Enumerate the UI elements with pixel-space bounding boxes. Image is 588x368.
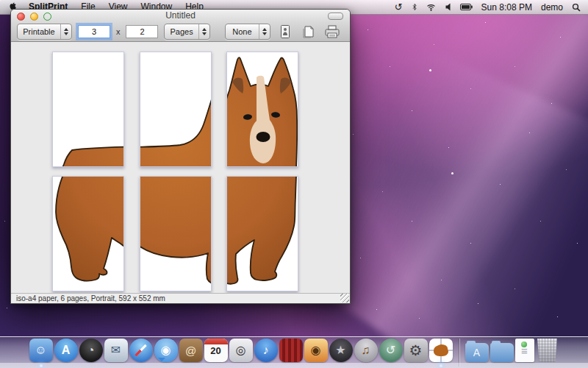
time-machine-icon[interactable]: ↺ <box>395 1 403 13</box>
menu-clock[interactable]: Sun 8:08 PM <box>481 2 532 13</box>
popup-arrows-icon <box>60 24 71 39</box>
page-preview-4 <box>52 176 124 291</box>
running-indicator <box>40 364 43 367</box>
margins-popup[interactable]: None <box>225 24 270 40</box>
dock-icon-folder-applications[interactable]: A <box>465 343 489 362</box>
itunes-glyph: ♪ <box>263 344 269 356</box>
wifi-icon[interactable] <box>426 3 436 11</box>
menu-user[interactable]: demo <box>541 2 563 13</box>
dock-icon-iphoto[interactable]: ◉ <box>304 339 328 362</box>
ical-glyph: 20 <box>210 346 220 355</box>
dock-icon-ichat[interactable]: ◉ <box>154 339 178 362</box>
page-preview-6 <box>226 176 298 291</box>
dock-icon-preview[interactable]: ◎ <box>229 339 253 362</box>
battery-icon[interactable] <box>460 4 473 10</box>
title-bar[interactable]: Untitled <box>11 10 350 21</box>
iphoto-glyph: ◉ <box>311 344 321 356</box>
imovie-glyph: ★ <box>335 344 345 356</box>
dock-icon-address-book[interactable]: @ <box>179 339 203 362</box>
volume-icon[interactable] <box>445 3 451 11</box>
dock-icon-imovie[interactable]: ★ <box>329 339 353 362</box>
spotlight-search-icon[interactable] <box>572 3 581 12</box>
app-store-glyph: A <box>62 344 71 356</box>
dock-icon-mail[interactable]: ✉ <box>104 339 128 362</box>
dock-icon-safari[interactable] <box>129 339 153 362</box>
running-indicator <box>440 364 442 367</box>
page-preview-2 <box>140 52 212 167</box>
dock-icon-garageband[interactable]: ♫ <box>354 339 378 362</box>
document-glyph: ≡ <box>521 345 528 356</box>
splitprint-window: Untitled Printable x Pages None <box>10 9 351 304</box>
system-preferences-glyph: ⚙ <box>409 343 423 358</box>
pages-popup-label: Pages <box>165 27 198 36</box>
rows-field[interactable] <box>126 25 158 38</box>
toolbar: Printable x Pages None <box>11 22 350 41</box>
preview-glyph: ◎ <box>236 344 246 356</box>
dock-icon-finder[interactable]: ☺ <box>29 339 53 362</box>
times-label: x <box>116 27 121 36</box>
finder-glyph: ☺ <box>35 344 46 356</box>
garageband-glyph: ♫ <box>362 344 370 356</box>
dock-icon-folder-documents[interactable] <box>490 343 514 362</box>
page-preview-3 <box>226 52 298 167</box>
popup-arrows-icon <box>198 24 209 39</box>
dock-icon-time-machine[interactable]: ↺ <box>379 339 403 362</box>
dock-icon-document[interactable]: ≡ <box>515 339 534 362</box>
resize-grip[interactable] <box>340 294 349 302</box>
dock-icon-photo-booth[interactable] <box>279 339 303 362</box>
copies-icon[interactable] <box>300 24 318 40</box>
dock: ☺A◔✉◉@20◎♪◉★♫↺⚙A≡ <box>0 328 588 368</box>
window-title: Untitled <box>11 10 350 21</box>
page-preview-1 <box>52 52 124 167</box>
window-chrome: Untitled Printable x Pages None <box>11 10 350 42</box>
page-preview-5 <box>140 176 212 291</box>
printer-icon[interactable] <box>323 24 341 40</box>
dock-icon-trash[interactable] <box>536 339 559 362</box>
dock-icon-dashboard[interactable]: ◔ <box>79 339 103 362</box>
time-machine-glyph: ↺ <box>386 344 395 356</box>
popup-arrows-icon <box>259 24 270 39</box>
print-preview-area <box>12 42 349 293</box>
dock-icon-itunes[interactable]: ♪ <box>254 339 278 362</box>
dashboard-glyph: ◔ <box>87 344 95 356</box>
bluetooth-icon[interactable] <box>412 2 417 12</box>
status-bar: iso-a4 paper, 6 pages, Portrait, 592 x 5… <box>11 293 350 303</box>
status-text: iso-a4 paper, 6 pages, Portrait, 592 x 5… <box>16 294 165 302</box>
printable-popup-label: Printable <box>18 27 60 36</box>
columns-field[interactable] <box>78 25 110 38</box>
pages-popup[interactable]: Pages <box>164 24 209 40</box>
dock-icon-splitprint[interactable] <box>429 339 453 362</box>
printable-popup[interactable]: Printable <box>17 24 72 40</box>
address-book-glyph: @ <box>185 345 196 356</box>
dock-icon-ical[interactable]: 20 <box>204 339 228 362</box>
page-orientation-icon[interactable] <box>276 24 294 40</box>
margins-popup-label: None <box>226 27 259 36</box>
folder-applications-glyph: A <box>473 347 480 358</box>
dock-icon-app-store[interactable]: A <box>54 339 78 362</box>
ichat-glyph: ◉ <box>161 344 171 356</box>
screen: SplitPrint File View Window Help ↺ Sun 8… <box>0 0 588 368</box>
mail-glyph: ✉ <box>111 344 121 356</box>
dock-icon-system-preferences[interactable]: ⚙ <box>404 339 428 362</box>
dock-items: ☺A◔✉◉@20◎♪◉★♫↺⚙A≡ <box>29 339 560 362</box>
toolbar-toggle-button[interactable] <box>328 13 343 20</box>
